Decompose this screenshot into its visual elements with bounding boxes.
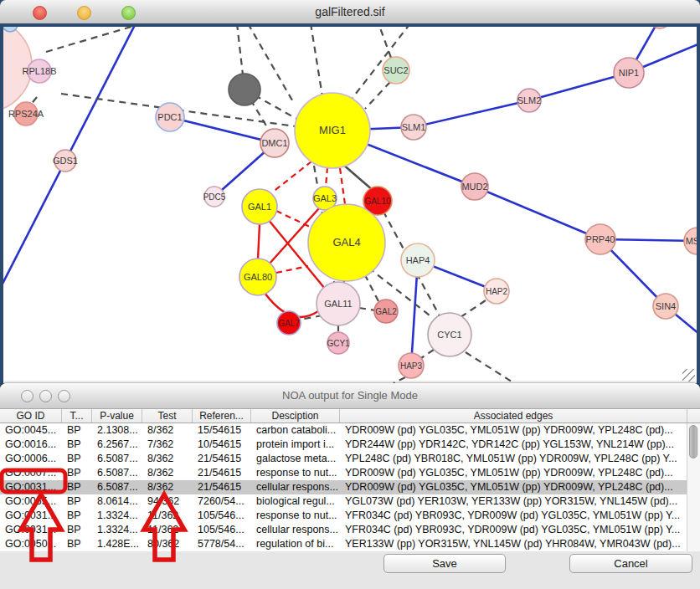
network-edge [466,352,514,383]
network-graph[interactable]: RPL18BRPS24AGDS1PDC1MIG1DMC1SUC2SLM1SLM2… [3,27,697,383]
node-circle[interactable] [229,74,260,105]
cancel-button[interactable]: Cancel [569,554,692,573]
table-cell: 7260/54... [193,494,251,509]
node-NIP1[interactable]: NIP1 [614,58,644,88]
table-row-2[interactable]: GO:0006...BP6.5087...8/36221/54615galact… [0,452,700,466]
node-top-partial-2[interactable] [649,27,671,28]
table-cell: GO:0016... [0,438,62,452]
node-PRP40[interactable]: PRP40 [585,224,615,254]
node-DMC1[interactable]: DMC1 [260,129,289,157]
noa-window-title: NOA output for Single Mode [0,389,700,402]
node-label: SLM2 [517,95,542,105]
node-label: GAL7 [278,319,300,328]
network-edge [258,224,260,259]
column-header-4[interactable]: Referen... [193,409,251,423]
table-body: GO:0045...BP2.1308...8/36215/54615carbon… [0,423,700,551]
table-cell: 11/362 [142,509,193,523]
table-cell: BP [62,494,92,509]
network-window: galFiltered.sif RPL18BRPS24AGDS1PDC1MIG1… [0,0,700,387]
table-row-4[interactable]: GO:0031...BP6.5087...8/36221/54615cellul… [0,480,700,494]
node-label: PDC5 [203,192,226,202]
node-MUD2[interactable]: MUD2 [461,173,488,200]
table-cell: YDR009W (pd) YGL035C, YML051W (pp) YDR00… [340,423,687,438]
table-cell: BP [62,509,92,523]
table-row-8[interactable]: GO:0050...BP1.428E...80/3625778/54...reg… [0,537,700,551]
column-header-1[interactable]: T... [62,409,92,423]
noa-window-titlebar[interactable]: NOA output for Single Mode [0,383,700,409]
node-RPS24A[interactable]: RPS24A [8,102,44,125]
table-cell: YDR009W (pd) YGL035C, YML051W (pp) YDR00… [340,466,687,480]
node-circle[interactable] [649,27,671,28]
button-bar: Save Cancel [0,551,700,589]
node-label: SLM1 [402,122,426,132]
node-HAP3[interactable]: HAP3 [399,353,424,378]
node-HAP2[interactable]: HAP2 [484,279,509,304]
network-edge [394,377,405,383]
node-SUC2[interactable]: SUC2 [383,57,409,84]
node-GAL7[interactable]: GAL7 [277,311,301,335]
network-edge [359,308,375,310]
network-edge [342,164,373,191]
table-row-3[interactable]: GO:0007...BP6.5087...8/36221/54615respon… [0,466,700,480]
table-cell: 5778/54... [193,537,251,551]
table-cell: GO:0031... [0,523,62,537]
table-row-6[interactable]: GO:0031...BP1.3324...11/362105/546...res… [0,509,700,523]
node-GAL80[interactable]: GAL80 [239,259,276,295]
table-cell: GO:0065... [0,494,62,509]
vertical-scrollbar[interactable] [687,423,700,551]
resize-handle-icon[interactable] [682,369,695,382]
node-label: RPL18B [23,66,57,76]
node-dark-node[interactable] [229,74,260,105]
table-cell: GO:0031... [0,509,62,523]
table-cell: 8/362 [142,423,193,438]
table-cell: YPL248C (pd) YBR018C, YML051W (pp) YDR00… [340,452,687,466]
table-cell: 1.3324... [92,523,142,537]
node-label: NIP1 [619,68,639,78]
column-header-3[interactable]: Test [142,409,193,423]
node-MIG1[interactable]: MIG1 [295,93,370,168]
save-button[interactable]: Save [383,554,506,573]
node-SLM2[interactable]: SLM2 [517,89,542,112]
table-cell: 105/546... [193,509,251,523]
node-CYC1[interactable]: CYC1 [428,313,471,356]
table-cell: 21/54615 [193,466,251,480]
node-GAL1[interactable]: GAL1 [242,189,277,224]
column-header-6[interactable]: Associated edges [340,409,687,423]
table-cell: 21/54615 [193,480,251,494]
network-window-titlebar[interactable]: galFiltered.sif [0,0,700,24]
table-cell: biological regul... [251,494,340,509]
node-GAL2[interactable]: GAL2 [374,300,398,323]
table-cell: 8.0614... [92,494,142,509]
node-label: GAL2 [375,307,397,316]
node-GCY1[interactable]: GCY1 [327,332,350,354]
node-label: PRP40 [586,234,615,244]
node-label: MSL1 [686,236,697,246]
table-row-7[interactable]: GO:0031...BP1.3324...11/362105/546...cel… [0,523,700,537]
scrollbar-thumb[interactable] [689,425,697,458]
node-GAL11[interactable]: GAL11 [317,282,360,325]
node-GAL4[interactable]: GAL4 [308,204,385,281]
table-cell: BP [62,523,92,537]
table-row-5[interactable]: GO:0065...BP8.0614...94/3627260/54...bio… [0,494,700,509]
table-header-row: GO IDT...P-valueTestReferen...Desciption… [0,409,700,423]
table-cell: 6.5087... [92,466,142,480]
table-cell: 21/54615 [193,452,251,466]
table-cell: BP [62,452,92,466]
node-GDS1[interactable]: GDS1 [53,150,78,172]
network-canvas[interactable]: RPL18BRPS24AGDS1PDC1MIG1DMC1SUC2SLM1SLM2… [0,23,700,387]
table-cell: response to nut... [251,509,340,523]
table-cell: 8/362 [142,480,193,494]
node-SLM1[interactable]: SLM1 [401,115,426,140]
node-SIN4[interactable]: SIN4 [653,294,678,319]
table-cell: 80/362 [142,537,193,551]
node-MSL1[interactable]: MSL1 [684,228,697,254]
column-header-2[interactable]: P-value [92,409,142,423]
table-row-0[interactable]: GO:0045...BP2.1308...8/36215/54615carbon… [0,423,700,438]
column-header-0[interactable]: GO ID [0,409,62,423]
table-cell: 2.1308... [92,423,142,438]
table-row-1[interactable]: GO:0016...BP6.2567...7/36210/54615protei… [0,438,700,452]
table-cell: regulation of bi... [251,537,340,551]
column-header-5[interactable]: Desciption [251,409,340,423]
node-HAP4[interactable]: HAP4 [401,243,435,277]
node-PDC1[interactable]: PDC1 [156,103,184,131]
